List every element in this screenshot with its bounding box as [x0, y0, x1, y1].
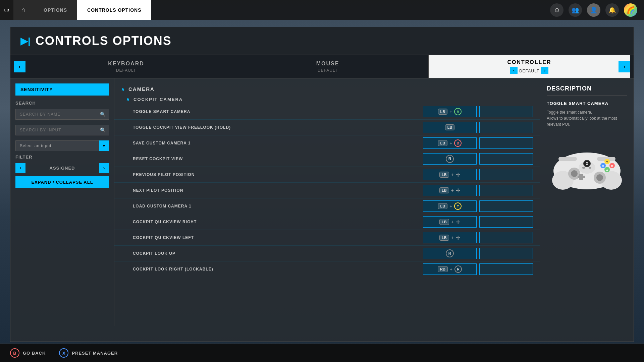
select-input-dropdown[interactable]: Select an input — [15, 140, 109, 151]
control-toggle-cockpit-freelook: TOGGLE COCKPIT VIEW FREELOOK (HOLD) LB — [114, 120, 540, 135]
r-stick-btn: R — [446, 155, 454, 163]
b-button-icon: B — [10, 348, 19, 358]
binding-prev-pilot-position-primary[interactable]: LB + ✛ — [423, 169, 477, 180]
svg-text:Y: Y — [606, 161, 608, 164]
lb-badge-3: LB — [438, 140, 448, 146]
binding-reset-cockpit-view-secondary[interactable] — [479, 153, 533, 165]
control-name-save-custom-camera: SAVE CUSTOM CAMERA 1 — [133, 141, 423, 145]
lb-badge-6: LB — [438, 203, 448, 209]
binding-cockpit-look-right-primary[interactable]: RB + R — [423, 263, 477, 275]
x-button-icon: X — [59, 348, 68, 358]
bell-icon-btn[interactable]: 🔔 — [605, 3, 619, 17]
binding-cockpit-look-up-secondary[interactable] — [479, 248, 533, 259]
sensitivity-button[interactable]: SENSITIVITY — [15, 83, 109, 96]
svg-text:B: B — [611, 165, 613, 168]
filter-label: FILTER — [15, 155, 109, 160]
main-content: ▶| CONTROLS OPTIONS ‹ KEYBOARD DEFAULT M… — [10, 27, 634, 342]
tab-controller-arrows: ‹ DEFAULT › — [510, 67, 548, 74]
svg-text:A: A — [606, 169, 608, 172]
tab-prev-arrow[interactable]: ‹ — [14, 61, 25, 72]
dpad-icon-1: ✛ — [456, 172, 460, 178]
expand-collapse-button[interactable]: EXPAND / COLLAPSE ALL — [15, 176, 109, 188]
a-button: A — [454, 108, 462, 115]
avatar-btn[interactable]: 👤 — [587, 3, 600, 17]
cockpit-collapse-icon: ∧ — [126, 97, 130, 102]
camera-section-label: CAMERA — [128, 86, 155, 92]
cockpit-camera-subsection[interactable]: ∧ COCKPIT CAMERA — [114, 95, 540, 104]
people-icon-btn[interactable]: 👥 — [569, 3, 582, 17]
binding-toggle-smart-camera-primary[interactable]: LB + A — [423, 106, 477, 117]
page-header: ▶| CONTROLS OPTIONS — [10, 27, 634, 55]
control-name-cockpit-look-right: COCKPIT LOOK RIGHT (LOCKABLE) — [133, 267, 423, 272]
control-prev-pilot-position: PREVIOUS PILOT POSITION LB + ✛ — [114, 167, 540, 183]
tab-mouse[interactable]: MOUSE DEFAULT — [227, 55, 429, 78]
preset-manager-action[interactable]: X PRESET MANAGER — [59, 348, 118, 358]
binding-save-custom-camera-primary[interactable]: LB + B — [423, 137, 477, 149]
lb-badge-5: LB — [439, 187, 449, 193]
sidebar: SENSITIVITY SEARCH 🔍 🔍 Select an input ▼… — [10, 78, 114, 326]
binding-cockpit-look-up-primary[interactable]: R — [423, 248, 477, 259]
tab-controller-prev[interactable]: ‹ — [510, 67, 518, 74]
binding-next-pilot-position-secondary[interactable] — [479, 185, 533, 196]
home-button[interactable]: ⌂ — [13, 0, 34, 20]
lb-badge-2: LB — [445, 124, 455, 130]
preset-manager-label: PRESET MANAGER — [72, 351, 118, 356]
tab-next-arrow[interactable]: › — [619, 61, 630, 72]
go-back-label: GO BACK — [23, 351, 46, 356]
filter-control: ‹ ASSIGNED › — [15, 163, 109, 173]
binding-load-custom-camera-primary[interactable]: LB + Y — [423, 200, 477, 212]
dpad-icon-3: ✛ — [456, 219, 460, 225]
search-by-name-input[interactable] — [15, 109, 109, 120]
camera-section-header[interactable]: ∧ CAMERA — [114, 83, 540, 95]
control-name-toggle-cockpit-freelook: TOGGLE COCKPIT VIEW FREELOOK (HOLD) — [133, 125, 423, 130]
control-name-cockpit-quickview-right: COCKPIT QUICKVIEW RIGHT — [133, 220, 423, 224]
r-stick-btn-3: R — [454, 265, 462, 273]
control-reset-cockpit-view: RESET COCKPIT VIEW R — [114, 151, 540, 167]
svg-point-11 — [596, 174, 603, 181]
binding-toggle-smart-camera-secondary[interactable] — [479, 106, 533, 117]
go-back-action[interactable]: B GO BACK — [10, 348, 46, 358]
control-cockpit-look-up: COCKPIT LOOK UP R — [114, 246, 540, 261]
binding-toggle-cockpit-freelook-secondary[interactable] — [479, 122, 533, 133]
search-by-name-wrap: 🔍 — [15, 109, 109, 120]
y-button: Y — [454, 202, 462, 210]
search-by-input-wrap: 🔍 — [15, 125, 109, 135]
bottom-bar: B GO BACK X PRESET MANAGER — [0, 344, 644, 362]
search-by-input-input[interactable] — [15, 125, 109, 135]
svg-rect-22 — [582, 167, 585, 169]
binding-cockpit-quickview-left-secondary[interactable] — [479, 232, 533, 243]
controls-options-tab[interactable]: CONTROLS OPTIONS — [77, 0, 151, 20]
binding-reset-cockpit-view-primary[interactable]: R — [423, 153, 477, 165]
control-name-prev-pilot-position: PREVIOUS PILOT POSITION — [133, 172, 423, 177]
tab-navigation: ‹ KEYBOARD DEFAULT MOUSE DEFAULT CONTROL… — [10, 55, 634, 78]
description-title: DESCRIPTION — [547, 85, 627, 96]
binding-cockpit-quickview-left-primary[interactable]: LB + ✛ — [423, 232, 477, 243]
tab-controller-next[interactable]: › — [541, 67, 548, 74]
binding-toggle-cockpit-freelook-primary[interactable]: LB — [423, 122, 477, 133]
control-name-load-custom-camera: LOAD CUSTOM CAMERA 1 — [133, 204, 423, 208]
tab-keyboard[interactable]: KEYBOARD DEFAULT — [25, 55, 227, 78]
description-text: Toggle the smart camera. Allows to autom… — [547, 109, 627, 127]
control-load-custom-camera: LOAD CUSTOM CAMERA 1 LB + Y — [114, 198, 540, 214]
rb-badge: RB — [438, 266, 448, 272]
binding-next-pilot-position-primary[interactable]: LB + ✛ — [423, 185, 477, 196]
lb-badge-7: LB — [439, 219, 449, 225]
binding-load-custom-camera-secondary[interactable] — [479, 200, 533, 212]
binding-prev-pilot-position-secondary[interactable] — [479, 169, 533, 180]
options-tab[interactable]: OPTIONS — [34, 0, 77, 20]
binding-cockpit-quickview-right-secondary[interactable] — [479, 216, 533, 228]
nav-left: LB ⌂ OPTIONS CONTROLS OPTIONS — [0, 0, 151, 20]
tab-controller[interactable]: CONTROLLER ‹ DEFAULT › — [429, 55, 630, 78]
binding-save-custom-camera-secondary[interactable] — [479, 137, 533, 149]
target-icon-btn[interactable]: ⊙ — [550, 3, 564, 17]
body-layout: SENSITIVITY SEARCH 🔍 🔍 Select an input ▼… — [10, 78, 634, 326]
filter-next-arrow[interactable]: › — [99, 163, 109, 173]
filter-prev-arrow[interactable]: ‹ — [15, 163, 25, 173]
binding-cockpit-quickview-right-primary[interactable]: LB + ✛ — [423, 216, 477, 228]
nav-right: ⊙ 👥 👤 🔔 🌈 — [550, 0, 644, 20]
top-navigation: LB ⌂ OPTIONS CONTROLS OPTIONS ⊙ 👥 👤 🔔 🌈 — [0, 0, 644, 20]
binding-cockpit-look-right-secondary[interactable] — [479, 263, 533, 275]
dpad-icon-4: ✛ — [456, 235, 460, 241]
control-next-pilot-position: NEXT PILOT POSITION LB + ✛ — [114, 183, 540, 198]
control-name-next-pilot-position: NEXT PILOT POSITION — [133, 188, 423, 193]
